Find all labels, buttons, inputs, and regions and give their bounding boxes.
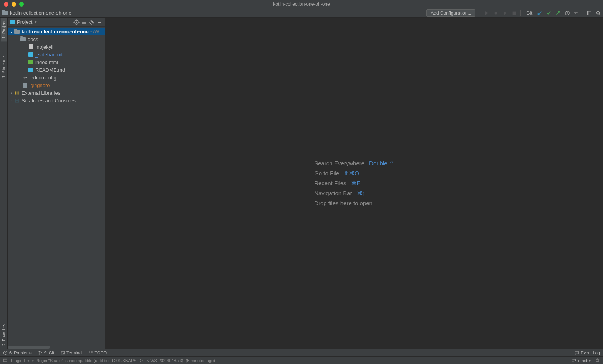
tool-tab-problems[interactable]: 66: Problems: Problems [3,351,32,355]
editor-empty-tips: Search Everywhere Double ⇧ Go to File ⇧⌘… [314,157,394,209]
tree-file-nojekyll[interactable]: .nojekyll [8,43,105,51]
svg-rect-4 [587,11,589,15]
sidebar-tab-structure[interactable]: 7: Structure [1,53,7,81]
project-view-label[interactable]: Project [17,19,32,25]
tree-file-sidebar-md[interactable]: _sidebar.md [8,51,105,58]
svg-point-8 [91,21,93,23]
project-tool-header: Project ▼ [8,18,105,27]
branch-icon [572,358,576,363]
markdown-icon [28,68,33,72]
run-icon[interactable] [484,10,490,16]
tree-folder-docs[interactable]: ⌄ docs [8,35,105,43]
status-window-icon[interactable] [3,358,8,363]
tip-search-everywhere-shortcut: Double ⇧ [369,160,394,167]
tree-file-index-html[interactable]: index.html [8,58,105,66]
svg-rect-11 [16,91,17,94]
svg-point-22 [573,361,574,362]
tree-external-libraries[interactable]: › External Libraries [8,89,105,97]
svg-point-0 [495,12,497,14]
folder-icon [14,30,20,34]
scratch-icon [14,97,20,104]
status-bar: Plugin Error: Plugin "Space" is incompat… [0,356,603,364]
tab-label: Event Log [581,351,600,355]
horizontal-scrollbar[interactable] [8,346,50,349]
tree-root-path: ~/W [90,29,99,35]
window-maximize-button[interactable] [19,2,24,7]
git-update-icon[interactable] [537,10,543,16]
git-branch-widget[interactable]: master [572,358,591,363]
status-message[interactable]: Plugin Error: Plugin "Space" is incompat… [11,358,215,363]
gear-icon[interactable] [89,19,95,25]
git-commit-icon[interactable] [546,10,552,16]
warning-icon [3,351,8,355]
tip-drop-files-label: Drop files here to open [314,200,373,206]
window-title: kotlin-collection-one-oh-one [273,2,330,7]
tree-item-label: .nojekyll [35,44,53,50]
breadcrumb[interactable]: kotlin-collection-one-oh-one [10,10,71,16]
svg-rect-18 [61,351,65,354]
rollback-icon[interactable] [573,10,580,16]
history-icon[interactable] [564,10,570,16]
hide-icon[interactable] [96,19,103,25]
tab-label: TODO [95,351,107,355]
bottom-tool-tabs: 66: Problems: Problems 9: Git Terminal T… [0,349,603,356]
tree-scratches[interactable]: › Scratches and Consoles [8,97,105,104]
svg-point-21 [573,359,574,360]
tree-file-gitignore[interactable]: .gitignore [8,81,105,89]
tool-tab-git[interactable]: 9: Git [38,351,54,355]
run-coverage-icon[interactable] [502,10,508,16]
chevron-right-icon[interactable]: › [9,91,14,95]
project-icon [10,20,15,24]
chevron-down-icon[interactable]: ▼ [34,20,37,24]
terminal-icon [60,351,65,355]
tip-go-to-file-shortcut: ⇧⌘O [344,170,359,177]
git-push-icon[interactable] [555,10,561,16]
svg-rect-24 [596,360,599,362]
svg-point-7 [76,21,77,23]
sidebar-tab-project[interactable]: 1: Project [1,18,7,41]
svg-point-16 [38,353,40,354]
editor-area[interactable]: Search Everywhere Double ⇧ Go to File ⇧⌘… [105,18,603,349]
window-close-button[interactable] [4,2,8,7]
svg-point-5 [597,11,600,14]
html-icon [28,60,33,64]
tree-item-label: External Libraries [22,90,60,96]
tool-tab-terminal[interactable]: Terminal [60,351,83,355]
git-label: Git: [526,10,533,16]
debug-icon[interactable] [493,10,499,16]
tip-nav-bar-label: Navigation Bar [314,190,352,197]
tree-item-label: docs [28,36,38,42]
tree-file-editorconfig[interactable]: .editorconfig [8,74,105,81]
locate-icon[interactable] [73,19,80,25]
tree-root-label: kotlin-collection-one-oh-one [22,29,89,35]
stop-icon[interactable] [511,10,517,16]
tree-item-label: _sidebar.md [35,52,63,58]
tip-search-everywhere-label: Search Everywhere [314,160,364,167]
svg-point-17 [41,352,42,353]
tree-file-readme-md[interactable]: README.md [8,66,105,74]
sidebar-tab-favorites[interactable]: 2: Favorites [1,321,7,349]
tool-tab-event-log[interactable]: Event Log [575,351,600,355]
chevron-down-icon[interactable]: ⌄ [9,30,14,33]
svg-rect-10 [15,91,16,94]
lock-icon[interactable] [595,357,600,363]
project-tree[interactable]: ⌄ kotlin-collection-one-oh-one ~/W ⌄ doc… [8,27,105,349]
ide-structure-icon[interactable] [586,10,592,16]
file-icon [23,83,27,88]
tool-tab-todo[interactable]: TODO [89,351,107,355]
separator [480,10,480,16]
tree-item-label: .editorconfig [29,75,56,81]
chevron-down-icon[interactable]: ⌄ [15,37,20,41]
project-tool-window: Project ▼ ⌄ kotlin-collection-one-oh-one… [8,18,105,349]
svg-rect-20 [4,359,7,359]
branch-name: master [578,358,591,363]
search-icon[interactable] [595,10,601,16]
svg-point-15 [38,351,40,352]
add-configuration-button[interactable]: Add Configuration... [426,9,475,17]
chevron-right-icon[interactable]: › [9,99,14,102]
window-minimize-button[interactable] [12,2,16,7]
tree-item-label: index.html [35,59,58,65]
window-titlebar: kotlin-collection-one-oh-one [0,0,603,8]
collapse-all-icon[interactable] [81,19,87,25]
tree-root[interactable]: ⌄ kotlin-collection-one-oh-one ~/W [8,28,105,35]
